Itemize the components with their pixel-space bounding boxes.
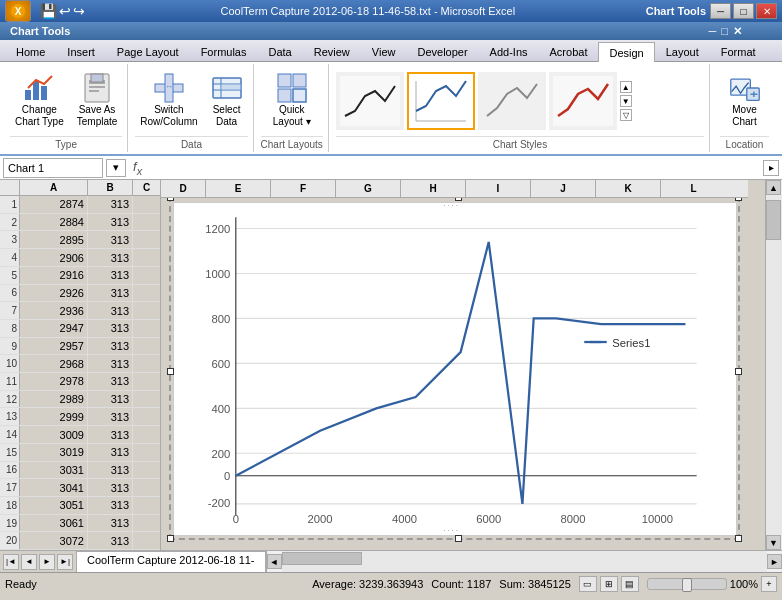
cell-b[interactable]: 313 <box>88 532 133 549</box>
cell-a[interactable]: 2947 <box>20 320 88 337</box>
normal-view-button[interactable]: ▭ <box>579 576 597 592</box>
cell-c[interactable] <box>133 302 160 319</box>
zoom-slider[interactable] <box>647 578 727 590</box>
cell-b[interactable]: 313 <box>88 444 133 461</box>
undo-qat[interactable]: ↩ <box>59 3 71 19</box>
cell-a[interactable]: 3051 <box>20 497 88 514</box>
excel-max-btn[interactable]: □ <box>721 25 728 37</box>
prev-sheet-button[interactable]: ◄ <box>21 554 37 570</box>
cell-c[interactable] <box>133 373 160 390</box>
tab-add-ins[interactable]: Add-Ins <box>479 41 539 61</box>
formula-input[interactable] <box>149 158 760 178</box>
zoom-slider-thumb[interactable] <box>682 578 692 592</box>
cell-b[interactable]: 313 <box>88 479 133 496</box>
name-box-dropdown[interactable]: ▾ <box>106 159 126 177</box>
redo-qat[interactable]: ↪ <box>73 3 85 19</box>
cell-a[interactable]: 2957 <box>20 338 88 355</box>
vertical-scrollbar[interactable]: ▲ ▼ <box>765 180 782 550</box>
cell-b[interactable]: 313 <box>88 373 133 390</box>
cell-a[interactable]: 2874 <box>20 196 88 213</box>
cell-c[interactable] <box>133 320 160 337</box>
cell-c[interactable] <box>133 479 160 496</box>
switch-row-column-button[interactable]: ↔ SwitchRow/Column <box>135 69 202 131</box>
cell-c[interactable] <box>133 497 160 514</box>
cell-a[interactable]: 2968 <box>20 355 88 372</box>
cell-b[interactable]: 313 <box>88 338 133 355</box>
cell-c[interactable] <box>133 515 160 532</box>
h-scroll-track[interactable] <box>282 551 767 572</box>
scroll-down-button[interactable]: ▼ <box>766 535 781 550</box>
cell-a[interactable]: 2926 <box>20 285 88 302</box>
cell-a[interactable]: 3061 <box>20 515 88 532</box>
tab-view[interactable]: View <box>361 41 407 61</box>
cell-c[interactable] <box>133 532 160 549</box>
cell-c[interactable] <box>133 355 160 372</box>
save-as-template-button[interactable]: Save AsTemplate <box>72 69 123 131</box>
cell-a[interactable]: 3072 <box>20 532 88 549</box>
cell-b[interactable]: 313 <box>88 355 133 372</box>
chart-style-2[interactable] <box>407 72 475 130</box>
scroll-left-button[interactable]: ◄ <box>267 554 282 569</box>
first-sheet-button[interactable]: |◄ <box>3 554 19 570</box>
scroll-thumb[interactable] <box>766 200 781 240</box>
tab-page-layout[interactable]: Page Layout <box>106 41 190 61</box>
cell-b[interactable]: 313 <box>88 426 133 443</box>
excel-close-btn[interactable]: ✕ <box>733 25 742 38</box>
cell-c[interactable] <box>133 214 160 231</box>
cell-c[interactable] <box>133 285 160 302</box>
scroll-up-button[interactable]: ▲ <box>766 180 781 195</box>
tab-acrobat[interactable]: Acrobat <box>539 41 599 61</box>
minimize-button[interactable]: ─ <box>710 3 731 19</box>
cell-a[interactable]: 3031 <box>20 462 88 479</box>
cell-a[interactable]: 2884 <box>20 214 88 231</box>
cell-c[interactable] <box>133 426 160 443</box>
cell-c[interactable] <box>133 267 160 284</box>
excel-min-btn[interactable]: ─ <box>709 25 717 37</box>
quick-layout-button[interactable]: QuickLayout ▾ <box>268 69 316 131</box>
cell-b[interactable]: 313 <box>88 462 133 479</box>
cell-b[interactable]: 313 <box>88 249 133 266</box>
cell-b[interactable]: 313 <box>88 497 133 514</box>
cell-c[interactable] <box>133 462 160 479</box>
cell-c[interactable] <box>133 249 160 266</box>
scroll-track[interactable] <box>766 195 782 535</box>
cell-b[interactable]: 313 <box>88 515 133 532</box>
select-data-button[interactable]: SelectData <box>206 69 248 131</box>
page-layout-view-button[interactable]: ⊞ <box>600 576 618 592</box>
cell-b[interactable]: 313 <box>88 391 133 408</box>
resize-handle-br[interactable] <box>735 535 742 542</box>
sheet-tab-1[interactable]: CoolTerm Capture 2012-06-18 11- <box>76 551 266 572</box>
office-button[interactable]: X <box>5 0 31 22</box>
zoom-in-button[interactable]: + <box>761 576 777 592</box>
cell-b[interactable]: 313 <box>88 214 133 231</box>
resize-handle-bl[interactable] <box>167 535 174 542</box>
tab-developer[interactable]: Developer <box>406 41 478 61</box>
save-qat[interactable]: 💾 <box>40 3 57 19</box>
last-sheet-button[interactable]: ►| <box>57 554 73 570</box>
cell-c[interactable] <box>133 408 160 425</box>
cell-a[interactable]: 2936 <box>20 302 88 319</box>
tab-data[interactable]: Data <box>257 41 302 61</box>
cell-a[interactable]: 3041 <box>20 479 88 496</box>
cell-b[interactable]: 313 <box>88 408 133 425</box>
cell-a[interactable]: 3009 <box>20 426 88 443</box>
maximize-button[interactable]: □ <box>733 3 754 19</box>
chart-style-3[interactable] <box>478 72 546 130</box>
name-box[interactable]: Chart 1 <box>3 158 103 178</box>
cell-a[interactable]: 2978 <box>20 373 88 390</box>
cell-a[interactable]: 2906 <box>20 249 88 266</box>
tab-formulas[interactable]: Formulas <box>190 41 258 61</box>
scroll-right-button[interactable]: ► <box>767 554 782 569</box>
cell-a[interactable]: 2895 <box>20 231 88 248</box>
cell-c[interactable] <box>133 338 160 355</box>
tab-home[interactable]: Home <box>5 41 56 61</box>
cell-b[interactable]: 313 <box>88 285 133 302</box>
cell-c[interactable] <box>133 391 160 408</box>
cell-b[interactable]: 313 <box>88 320 133 337</box>
next-sheet-button[interactable]: ► <box>39 554 55 570</box>
close-button[interactable]: ✕ <box>756 3 777 19</box>
chart-style-4[interactable] <box>549 72 617 130</box>
move-chart-button[interactable]: MoveChart <box>724 69 766 131</box>
cell-a[interactable]: 2916 <box>20 267 88 284</box>
chart-inner[interactable]: 1200 1000 800 600 400 200 0 -200 0 2000 … <box>173 202 737 536</box>
